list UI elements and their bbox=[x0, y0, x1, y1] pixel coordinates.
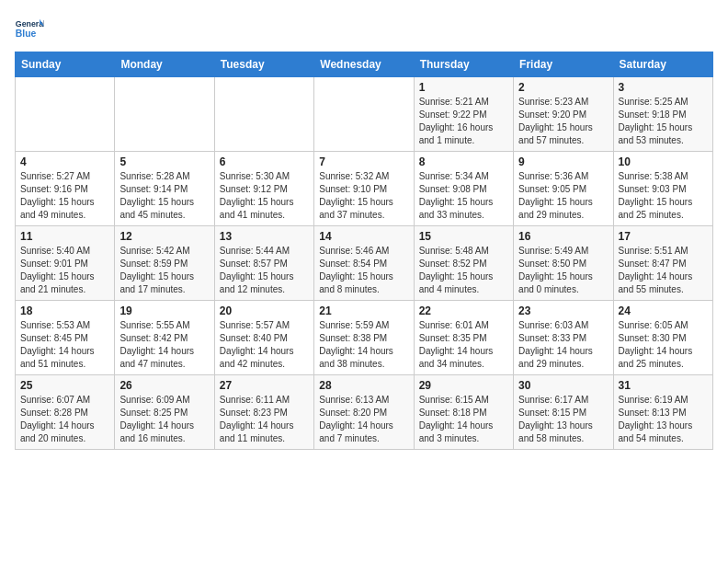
column-header-sunday: Sunday bbox=[16, 52, 115, 77]
day-number: 21 bbox=[319, 304, 408, 317]
day-number: 5 bbox=[119, 155, 209, 168]
calendar-cell: 3Sunrise: 5:25 AM Sunset: 9:18 PM Daylig… bbox=[613, 77, 712, 152]
day-number: 28 bbox=[319, 379, 408, 392]
calendar-cell: 31Sunrise: 6:19 AM Sunset: 8:13 PM Dayli… bbox=[613, 375, 712, 450]
day-info: Sunrise: 6:19 AM Sunset: 8:13 PM Dayligh… bbox=[619, 394, 708, 445]
day-info: Sunrise: 5:30 AM Sunset: 9:12 PM Dayligh… bbox=[220, 170, 309, 222]
day-info: Sunrise: 5:46 AM Sunset: 8:54 PM Dayligh… bbox=[319, 245, 408, 296]
calendar-cell: 17Sunrise: 5:51 AM Sunset: 8:47 PM Dayli… bbox=[613, 226, 712, 301]
day-info: Sunrise: 5:38 AM Sunset: 9:03 PM Dayligh… bbox=[619, 170, 708, 222]
day-info: Sunrise: 5:28 AM Sunset: 9:14 PM Dayligh… bbox=[119, 170, 209, 222]
day-number: 20 bbox=[220, 304, 309, 317]
day-info: Sunrise: 5:42 AM Sunset: 8:59 PM Dayligh… bbox=[119, 245, 209, 296]
day-info: Sunrise: 5:36 AM Sunset: 9:05 PM Dayligh… bbox=[518, 170, 608, 222]
day-info: Sunrise: 5:23 AM Sunset: 9:20 PM Dayligh… bbox=[518, 96, 608, 147]
day-info: Sunrise: 5:27 AM Sunset: 9:16 PM Dayligh… bbox=[20, 170, 109, 222]
column-header-tuesday: Tuesday bbox=[214, 52, 313, 77]
calendar-cell: 25Sunrise: 6:07 AM Sunset: 8:28 PM Dayli… bbox=[16, 375, 115, 450]
day-info: Sunrise: 5:51 AM Sunset: 8:47 PM Dayligh… bbox=[619, 245, 708, 296]
calendar-cell: 26Sunrise: 6:09 AM Sunset: 8:25 PM Dayli… bbox=[115, 375, 214, 450]
day-info: Sunrise: 6:03 AM Sunset: 8:33 PM Dayligh… bbox=[518, 319, 608, 371]
day-info: Sunrise: 6:09 AM Sunset: 8:25 PM Dayligh… bbox=[119, 394, 209, 445]
day-info: Sunrise: 6:01 AM Sunset: 8:35 PM Dayligh… bbox=[419, 319, 508, 371]
svg-text:Blue: Blue bbox=[16, 29, 37, 39]
day-info: Sunrise: 5:32 AM Sunset: 9:10 PM Dayligh… bbox=[319, 170, 408, 222]
calendar-cell: 8Sunrise: 5:34 AM Sunset: 9:08 PM Daylig… bbox=[414, 152, 513, 226]
calendar-week-row: 1Sunrise: 5:21 AM Sunset: 9:22 PM Daylig… bbox=[16, 77, 713, 152]
day-info: Sunrise: 5:25 AM Sunset: 9:18 PM Dayligh… bbox=[619, 96, 708, 147]
calendar-cell: 6Sunrise: 5:30 AM Sunset: 9:12 PM Daylig… bbox=[214, 152, 313, 226]
calendar-cell: 16Sunrise: 5:49 AM Sunset: 8:50 PM Dayli… bbox=[514, 226, 613, 301]
calendar-cell: 12Sunrise: 5:42 AM Sunset: 8:59 PM Dayli… bbox=[115, 226, 214, 301]
day-number: 30 bbox=[518, 379, 608, 392]
calendar-cell: 18Sunrise: 5:53 AM Sunset: 8:45 PM Dayli… bbox=[16, 301, 115, 375]
day-number: 8 bbox=[419, 155, 508, 168]
day-info: Sunrise: 5:34 AM Sunset: 9:08 PM Dayligh… bbox=[419, 170, 508, 222]
calendar-cell bbox=[16, 77, 115, 152]
day-info: Sunrise: 6:11 AM Sunset: 8:23 PM Dayligh… bbox=[220, 394, 309, 445]
day-number: 1 bbox=[419, 81, 508, 94]
calendar-cell: 14Sunrise: 5:46 AM Sunset: 8:54 PM Dayli… bbox=[314, 226, 414, 301]
calendar-week-row: 11Sunrise: 5:40 AM Sunset: 9:01 PM Dayli… bbox=[16, 226, 713, 301]
day-info: Sunrise: 6:15 AM Sunset: 8:18 PM Dayligh… bbox=[419, 394, 508, 445]
column-header-monday: Monday bbox=[115, 52, 214, 77]
day-number: 15 bbox=[419, 230, 508, 243]
calendar-body: 1Sunrise: 5:21 AM Sunset: 9:22 PM Daylig… bbox=[16, 77, 713, 450]
calendar-week-row: 18Sunrise: 5:53 AM Sunset: 8:45 PM Dayli… bbox=[16, 301, 713, 375]
day-info: Sunrise: 5:21 AM Sunset: 9:22 PM Dayligh… bbox=[419, 96, 508, 147]
calendar-cell: 11Sunrise: 5:40 AM Sunset: 9:01 PM Dayli… bbox=[16, 226, 115, 301]
day-number: 13 bbox=[220, 230, 309, 243]
day-number: 29 bbox=[419, 379, 508, 392]
day-info: Sunrise: 5:59 AM Sunset: 8:38 PM Dayligh… bbox=[319, 319, 408, 371]
day-number: 24 bbox=[619, 304, 708, 317]
calendar-cell: 20Sunrise: 5:57 AM Sunset: 8:40 PM Dayli… bbox=[214, 301, 313, 375]
column-header-wednesday: Wednesday bbox=[314, 52, 414, 77]
day-number: 4 bbox=[20, 155, 109, 168]
column-header-friday: Friday bbox=[514, 52, 613, 77]
day-number: 25 bbox=[20, 379, 109, 392]
day-number: 31 bbox=[619, 379, 708, 392]
calendar-week-row: 4Sunrise: 5:27 AM Sunset: 9:16 PM Daylig… bbox=[16, 152, 713, 226]
calendar-cell: 13Sunrise: 5:44 AM Sunset: 8:57 PM Dayli… bbox=[214, 226, 313, 301]
calendar-cell bbox=[115, 77, 214, 152]
calendar-cell: 22Sunrise: 6:01 AM Sunset: 8:35 PM Dayli… bbox=[414, 301, 513, 375]
logo-icon: General Blue bbox=[15, 15, 44, 44]
day-info: Sunrise: 5:49 AM Sunset: 8:50 PM Dayligh… bbox=[518, 245, 608, 296]
calendar-cell: 21Sunrise: 5:59 AM Sunset: 8:38 PM Dayli… bbox=[314, 301, 414, 375]
calendar-cell: 1Sunrise: 5:21 AM Sunset: 9:22 PM Daylig… bbox=[414, 77, 513, 152]
day-number: 7 bbox=[319, 155, 408, 168]
day-number: 2 bbox=[518, 81, 608, 94]
day-info: Sunrise: 6:17 AM Sunset: 8:15 PM Dayligh… bbox=[518, 394, 608, 445]
calendar-cell: 9Sunrise: 5:36 AM Sunset: 9:05 PM Daylig… bbox=[514, 152, 613, 226]
day-info: Sunrise: 5:53 AM Sunset: 8:45 PM Dayligh… bbox=[20, 319, 109, 371]
day-number: 6 bbox=[220, 155, 309, 168]
column-header-thursday: Thursday bbox=[414, 52, 513, 77]
calendar-cell: 10Sunrise: 5:38 AM Sunset: 9:03 PM Dayli… bbox=[613, 152, 712, 226]
calendar-cell: 5Sunrise: 5:28 AM Sunset: 9:14 PM Daylig… bbox=[115, 152, 214, 226]
calendar-cell: 28Sunrise: 6:13 AM Sunset: 8:20 PM Dayli… bbox=[314, 375, 414, 450]
day-info: Sunrise: 5:44 AM Sunset: 8:57 PM Dayligh… bbox=[220, 245, 309, 296]
day-number: 26 bbox=[119, 379, 209, 392]
calendar-cell: 24Sunrise: 6:05 AM Sunset: 8:30 PM Dayli… bbox=[613, 301, 712, 375]
day-number: 22 bbox=[419, 304, 508, 317]
calendar-cell: 19Sunrise: 5:55 AM Sunset: 8:42 PM Dayli… bbox=[115, 301, 214, 375]
calendar-cell: 27Sunrise: 6:11 AM Sunset: 8:23 PM Dayli… bbox=[214, 375, 313, 450]
calendar-cell: 30Sunrise: 6:17 AM Sunset: 8:15 PM Dayli… bbox=[514, 375, 613, 450]
calendar-week-row: 25Sunrise: 6:07 AM Sunset: 8:28 PM Dayli… bbox=[16, 375, 713, 450]
day-number: 19 bbox=[119, 304, 209, 317]
calendar-cell: 15Sunrise: 5:48 AM Sunset: 8:52 PM Dayli… bbox=[414, 226, 513, 301]
day-info: Sunrise: 6:05 AM Sunset: 8:30 PM Dayligh… bbox=[619, 319, 708, 371]
day-number: 16 bbox=[518, 230, 608, 243]
day-info: Sunrise: 5:40 AM Sunset: 9:01 PM Dayligh… bbox=[20, 245, 109, 296]
day-number: 9 bbox=[518, 155, 608, 168]
calendar-cell: 23Sunrise: 6:03 AM Sunset: 8:33 PM Dayli… bbox=[514, 301, 613, 375]
calendar-cell: 2Sunrise: 5:23 AM Sunset: 9:20 PM Daylig… bbox=[514, 77, 613, 152]
day-info: Sunrise: 6:07 AM Sunset: 8:28 PM Dayligh… bbox=[20, 394, 109, 445]
day-number: 10 bbox=[619, 155, 708, 168]
day-number: 23 bbox=[518, 304, 608, 317]
calendar-cell: 4Sunrise: 5:27 AM Sunset: 9:16 PM Daylig… bbox=[16, 152, 115, 226]
day-number: 3 bbox=[619, 81, 708, 94]
page-header: General Blue bbox=[15, 15, 713, 44]
column-header-saturday: Saturday bbox=[613, 52, 712, 77]
calendar-cell bbox=[314, 77, 414, 152]
